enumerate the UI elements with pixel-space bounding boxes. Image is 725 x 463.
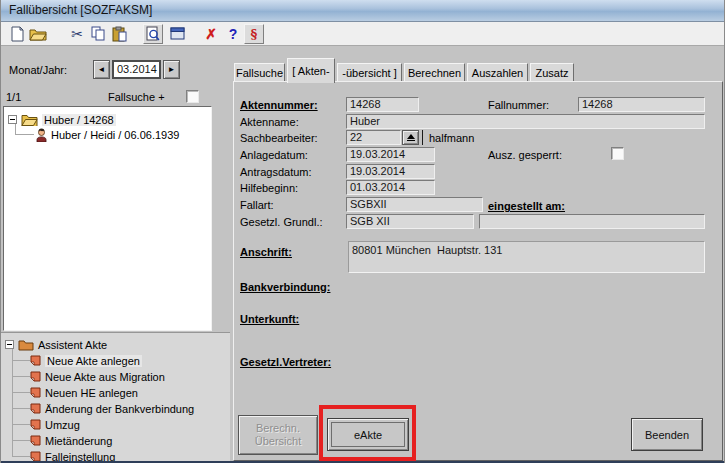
tab-zusatz[interactable]: Zusatz [530, 63, 574, 82]
arrow-left-icon: ◄ [98, 65, 106, 74]
paste-icon[interactable] [109, 24, 129, 44]
fallart-field[interactable]: SGBXII [346, 197, 483, 212]
ausz-gesperrt-checkbox[interactable] [611, 147, 624, 160]
assistant-item-label[interactable]: Neuen HE anlegen [45, 387, 138, 399]
folder-icon [18, 339, 34, 351]
collapse-icon[interactable] [8, 115, 17, 124]
hilfebeginn-label: Hilfebeginn: [240, 182, 298, 194]
assistant-item[interactable]: Änderung der Bankverbindung [30, 401, 194, 416]
new-document-icon[interactable] [7, 24, 27, 44]
assistant-item[interactable]: Neue Akte anlegen [30, 353, 142, 368]
aktennummer-label: Aktennummer: [240, 99, 318, 111]
result-count: 1/1 [6, 91, 21, 103]
window-title: Fallübersicht [SOZFAKSM] [9, 3, 152, 17]
fallnummer-label: Fallnummer: [488, 99, 549, 111]
eingestellt-am-label: eingestellt am: [488, 200, 565, 212]
tab-akten[interactable]: [ Akten- [287, 58, 335, 83]
assistant-item[interactable]: Umzug [30, 417, 80, 432]
paragraph-icon[interactable]: § [244, 24, 264, 44]
tree-connector [12, 392, 30, 393]
fallart-label: Fallart: [240, 199, 274, 211]
copy-icon[interactable] [88, 24, 108, 44]
print-preview-icon[interactable] [143, 24, 163, 44]
assistant-item[interactable]: Mietänderung [30, 433, 112, 448]
month-next-button[interactable]: ► [163, 60, 180, 79]
tree-node-case[interactable]: Huber / 14268 [8, 112, 116, 127]
anschrift-field[interactable]: 80801 München Hauptstr. 131 [348, 241, 705, 273]
title-bar: Fallübersicht [SOZFAKSM] [1, 0, 725, 22]
assistant-item-label[interactable]: Mietänderung [45, 435, 112, 447]
note-icon [30, 355, 41, 366]
assistant-item[interactable]: Neuen HE anlegen [30, 385, 138, 400]
assistant-item[interactable]: Neue Akte aus Migration [30, 369, 165, 384]
eakte-button[interactable]: eAkte [327, 418, 409, 451]
focus-ring [331, 422, 405, 447]
tree-connector [12, 424, 30, 425]
tab-auszahlen[interactable]: Auszahlen [467, 63, 528, 82]
sachbearbeiter-label: Sachbearbeiter: [240, 132, 318, 144]
sachbearbeiter-name: halfmann [429, 132, 474, 144]
button-label: Beenden [645, 429, 689, 441]
aktenname-label: Aktenname: [240, 116, 299, 128]
sachbearbeiter-field[interactable]: 22 [346, 130, 401, 145]
antragsdatum-label: Antragsdatum: [240, 166, 312, 178]
button-label-line1: Berechn. [256, 422, 300, 435]
app-window: Fallübersicht [SOZFAKSM] ✂ ✗ ? [0, 0, 725, 463]
open-folder-icon[interactable] [28, 24, 48, 44]
anlagedatum-field[interactable]: 19.03.2014 [346, 147, 435, 162]
anschrift-label: Anschrift: [240, 246, 292, 258]
cut-glyph: ✂ [71, 26, 83, 42]
help-glyph: ? [229, 26, 238, 42]
tree-connector [12, 408, 30, 409]
aktenname-field[interactable]: Huber [346, 114, 705, 129]
assistant-item-label[interactable]: Umzug [45, 419, 80, 431]
gesetzl-vertreter-label: Gesetzl.Vertreter: [240, 356, 331, 368]
aktennummer-field[interactable]: 14268 [346, 97, 419, 112]
tab-uebersicht[interactable]: -übersicht ] [337, 63, 402, 82]
button-label-line2: Übersicht [255, 435, 301, 448]
tree-node-label[interactable]: Huber / Heidi / 06.06.1939 [51, 129, 179, 141]
month-year-input[interactable]: 03.2014 [112, 60, 161, 79]
field-separator [422, 130, 423, 145]
fallsuche-plus-checkbox[interactable] [186, 90, 199, 103]
gesetzl-grundl-field[interactable]: SGB XII [346, 214, 474, 229]
eingestellt-am-field[interactable] [479, 214, 705, 229]
sachbearbeiter-spin-button[interactable] [402, 130, 419, 145]
tree-connector [15, 134, 34, 135]
note-icon [30, 419, 41, 430]
ausz-gesperrt-label: Ausz. gesperrt: [488, 149, 562, 161]
tree-node-assistent-root[interactable]: Assistent Akte [5, 337, 107, 352]
window-form-icon[interactable] [167, 24, 187, 44]
delete-glyph: ✗ [205, 26, 217, 42]
month-prev-button[interactable]: ◄ [93, 60, 110, 79]
case-tree: Huber / 14268 Huber / Heidi / 06.06.1939 [3, 106, 212, 331]
help-icon[interactable]: ? [223, 24, 243, 44]
folder-icon [21, 113, 38, 126]
tree-node-label[interactable]: Assistent Akte [38, 339, 107, 351]
bankverbindung-label: Bankverbindung: [240, 281, 330, 293]
eject-icon [407, 134, 415, 141]
hilfebeginn-field[interactable]: 01.03.2014 [346, 180, 435, 195]
delete-icon[interactable]: ✗ [201, 24, 221, 44]
cut-icon[interactable]: ✂ [67, 24, 87, 44]
tree-connector [12, 440, 30, 441]
antragsdatum-field[interactable]: 19.03.2014 [346, 164, 435, 179]
tree-connector [12, 360, 30, 361]
person-icon [36, 128, 47, 142]
month-year-label: Monat/Jahr: [9, 64, 67, 76]
assistant-item-label[interactable]: Änderung der Bankverbindung [45, 403, 194, 415]
note-icon [30, 387, 41, 398]
collapse-icon[interactable] [5, 340, 14, 349]
tab-berechnen[interactable]: Berechnen [404, 63, 465, 82]
tab-fallsuche[interactable]: Fallsuche [234, 63, 285, 82]
note-icon [30, 403, 41, 414]
tree-node-person[interactable]: Huber / Heidi / 06.06.1939 [36, 127, 179, 142]
assistant-item-label[interactable]: Neue Akte anlegen [45, 355, 142, 367]
paragraph-glyph: § [251, 27, 258, 42]
fallnummer-field[interactable]: 14268 [578, 97, 705, 112]
berechn-uebersicht-button: Berechn. Übersicht [238, 415, 318, 455]
beenden-button[interactable]: Beenden [631, 418, 703, 451]
assistant-item-label[interactable]: Neue Akte aus Migration [45, 371, 165, 383]
tree-node-label[interactable]: Huber / 14268 [42, 114, 116, 126]
unterkunft-label: Unterkunft: [240, 313, 299, 325]
